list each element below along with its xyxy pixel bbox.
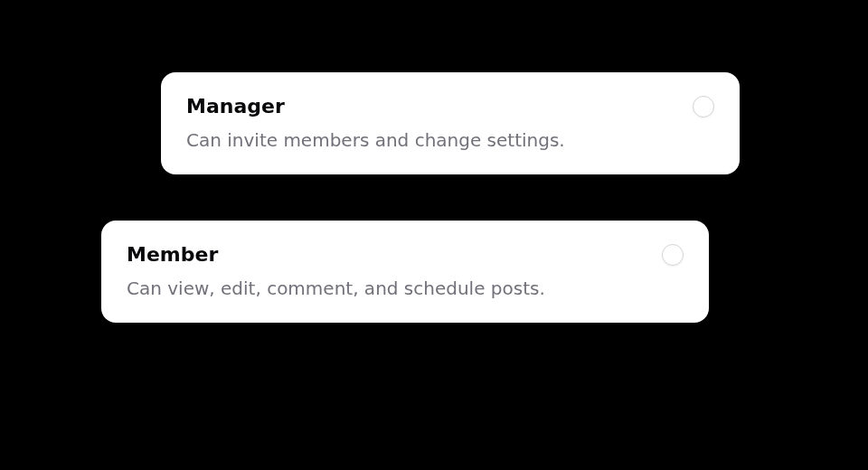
role-option-member[interactable]: Member Can view, edit, comment, and sche… xyxy=(101,221,709,323)
role-option-manager[interactable]: Manager Can invite members and change se… xyxy=(161,72,740,174)
role-description: Can view, edit, comment, and schedule po… xyxy=(127,276,662,301)
role-title: Member xyxy=(127,242,662,268)
role-option-text: Member Can view, edit, comment, and sche… xyxy=(127,242,662,301)
radio-manager[interactable] xyxy=(693,96,714,118)
role-option-text: Manager Can invite members and change se… xyxy=(186,94,693,153)
role-description: Can invite members and change settings. xyxy=(186,127,693,153)
role-title: Manager xyxy=(186,94,693,120)
radio-member[interactable] xyxy=(662,244,684,266)
